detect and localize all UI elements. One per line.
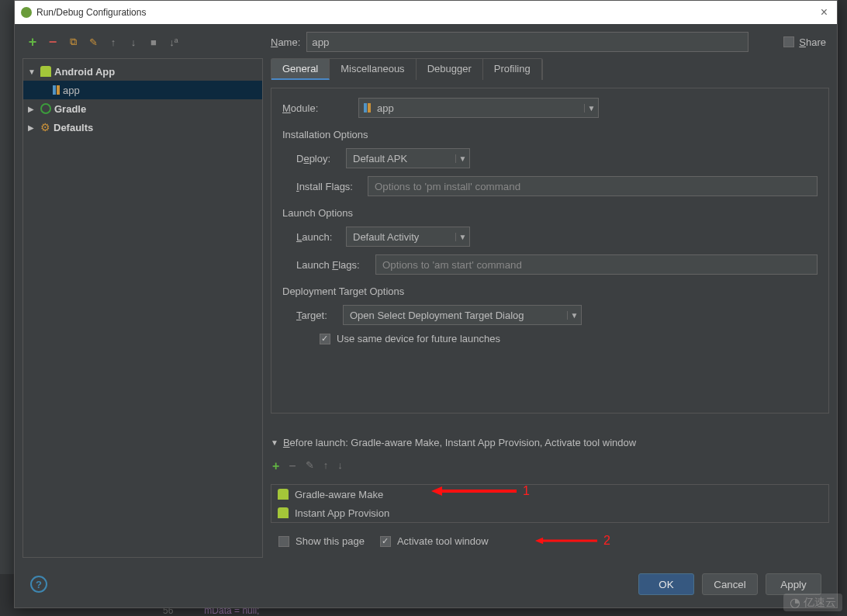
config-tree[interactable]: ▼ Android App app ▶ Gradle ▶ ⚙ Defaults: [22, 58, 263, 558]
activate-tool-window-row[interactable]: Activate tool window: [380, 535, 489, 547]
install-flags-row: Install Flags:: [282, 176, 818, 196]
android-icon: [40, 66, 51, 77]
config-toolbar: + − ⧉ ✎ ↑ ↓ ■ ↓ª: [22, 33, 263, 50]
chevron-down-icon: ▼: [455, 233, 469, 241]
edit-config-icon[interactable]: ✎: [86, 35, 100, 49]
launch-options-section: Launch Options: [282, 207, 818, 219]
deploy-row: Deploy: Default APK ▼: [282, 148, 818, 168]
sort-icon[interactable]: ↓ª: [167, 35, 181, 49]
remove-task-icon[interactable]: −: [289, 459, 296, 473]
mid-row: ▼ Android App app ▶ Gradle ▶ ⚙ Defaults: [22, 58, 829, 558]
tree-android-app[interactable]: ▼ Android App: [23, 62, 262, 81]
before-launch-label: Before launch: Gradle-aware Make, Instan…: [283, 437, 636, 448]
help-icon[interactable]: ?: [30, 576, 47, 593]
dialog-titlebar: Run/Debug Configurations ×: [15, 1, 837, 24]
tree-defaults[interactable]: ▶ ⚙ Defaults: [23, 118, 262, 137]
show-this-page-row[interactable]: Show this page: [278, 535, 365, 547]
use-same-device-checkbox[interactable]: [320, 334, 330, 344]
move-up-icon[interactable]: ↑: [106, 35, 120, 49]
config-tabs: General Miscellaneous Debugger Profiling: [271, 58, 543, 80]
expand-icon[interactable]: ▼: [271, 438, 278, 447]
move-task-down-icon[interactable]: ↓: [337, 459, 343, 473]
tree-app[interactable]: app: [23, 81, 262, 99]
close-icon[interactable]: ×: [818, 5, 831, 19]
chevron-down-icon: ▼: [584, 104, 598, 112]
add-config-icon[interactable]: +: [26, 35, 40, 49]
before-launch-list[interactable]: Gradle-aware Make Instant App Provision: [271, 484, 829, 523]
launch-flags-input[interactable]: [375, 254, 818, 275]
list-item[interactable]: Instant App Provision: [271, 504, 828, 522]
target-select[interactable]: Open Select Deployment Target Dialog ▼: [343, 305, 582, 325]
svg-marker-1: [535, 538, 597, 545]
android-icon: [278, 489, 289, 500]
app-module-icon: [53, 85, 60, 95]
install-options-section: Installation Options: [282, 129, 818, 140]
annotation-arrow-1: 1: [431, 484, 530, 498]
app-icon: [21, 7, 32, 18]
install-flags-label: Install Flags:: [296, 181, 360, 192]
annotation-arrow-2: 2: [535, 534, 610, 548]
chevron-down-icon: ▼: [567, 311, 581, 320]
remove-config-icon[interactable]: −: [46, 35, 60, 49]
dialog-title: Run/Debug Configurations: [36, 7, 818, 18]
tab-general[interactable]: General: [271, 59, 330, 80]
install-flags-input[interactable]: [368, 176, 818, 196]
expand-icon[interactable]: ▶: [28, 105, 37, 113]
watermark: ◔亿速云: [783, 594, 842, 611]
tab-debugger[interactable]: Debugger: [417, 59, 483, 80]
deploy-label: Deploy:: [296, 153, 338, 164]
list-item[interactable]: Gradle-aware Make: [271, 485, 828, 504]
cancel-button[interactable]: Cancel: [702, 573, 758, 595]
target-label: Target:: [296, 310, 335, 321]
edit-task-icon[interactable]: ✎: [306, 459, 314, 473]
gradle-icon: [40, 103, 51, 114]
use-same-device-row[interactable]: Use same device for future launches: [282, 333, 818, 344]
top-row: + − ⧉ ✎ ↑ ↓ ■ ↓ª Name: Share: [22, 32, 829, 52]
tree-gradle[interactable]: ▶ Gradle: [23, 99, 262, 118]
launch-flags-label: Launch Flags:: [296, 259, 368, 271]
tab-miscellaneous[interactable]: Miscellaneous: [330, 59, 416, 80]
dialog-buttons: ? OK Cancel Apply: [22, 564, 829, 600]
before-launch-header[interactable]: ▼ Before launch: Gradle-aware Make, Inst…: [271, 437, 829, 448]
ok-button[interactable]: OK: [638, 573, 694, 595]
chevron-down-icon: ▼: [455, 154, 469, 163]
launch-label: Launch:: [296, 231, 338, 243]
expand-icon[interactable]: ▼: [28, 67, 37, 76]
svg-marker-0: [431, 486, 517, 496]
module-label: Module:: [282, 102, 351, 114]
config-form: Module: app ▼ Installation Options Deplo…: [271, 88, 829, 414]
before-launch-toolbar: + − ✎ ↑ ↓: [271, 456, 829, 476]
launch-select[interactable]: Default Activity ▼: [346, 227, 470, 247]
apply-button[interactable]: Apply: [766, 573, 821, 595]
name-label: Name:: [271, 36, 300, 48]
deploy-target-section: Deployment Target Options: [282, 286, 818, 297]
module-select[interactable]: app ▼: [358, 98, 599, 118]
name-input[interactable]: [306, 32, 748, 52]
folder-icon[interactable]: ■: [147, 35, 161, 49]
gear-icon: ⚙: [40, 121, 50, 133]
use-same-device-label: Use same device for future launches: [337, 333, 500, 344]
launch-row: Launch: Default Activity ▼: [282, 227, 818, 247]
name-block: Name:: [271, 32, 776, 52]
app-module-icon: [359, 103, 371, 112]
copy-config-icon[interactable]: ⧉: [66, 35, 80, 49]
module-row: Module: app ▼: [282, 98, 818, 118]
right-pane: General Miscellaneous Debugger Profiling…: [271, 58, 829, 558]
share-block[interactable]: Share: [783, 36, 829, 48]
move-down-icon[interactable]: ↓: [126, 35, 140, 49]
add-task-icon[interactable]: +: [272, 459, 279, 473]
expand-icon[interactable]: ▶: [28, 123, 37, 132]
share-label: Share: [799, 36, 826, 48]
android-icon: [278, 507, 289, 518]
activate-tool-window-checkbox[interactable]: [380, 536, 391, 547]
deploy-select[interactable]: Default APK ▼: [346, 148, 470, 168]
target-row: Target: Open Select Deployment Target Di…: [282, 305, 818, 325]
move-task-up-icon[interactable]: ↑: [323, 459, 329, 473]
tab-profiling[interactable]: Profiling: [483, 59, 542, 80]
share-checkbox[interactable]: [783, 36, 794, 47]
launch-flags-row: Launch Flags:: [282, 254, 818, 275]
editor-gutter: [0, 0, 14, 574]
show-this-page-checkbox[interactable]: [278, 536, 289, 547]
dialog-body: + − ⧉ ✎ ↑ ↓ ■ ↓ª Name: Share ▼: [15, 24, 837, 607]
run-debug-config-dialog: Run/Debug Configurations × + − ⧉ ✎ ↑ ↓ ■…: [14, 0, 838, 608]
